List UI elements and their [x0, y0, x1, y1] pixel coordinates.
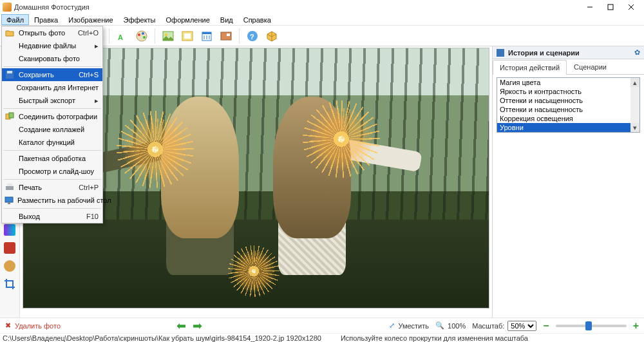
- box-icon[interactable]: [263, 27, 281, 45]
- zoom-slider[interactable]: [556, 325, 627, 327]
- bottom-toolbar: ✖ Удалить фото ⬅ ➡ ⤢ Уместить 🔍 100% Мас…: [0, 318, 644, 333]
- file-menu-dropdown: Открыть фотоCtrl+OНедавние файлы▸Сканиро…: [1, 26, 103, 223]
- menu-image[interactable]: Изображение: [63, 14, 118, 25]
- blank-icon: [5, 53, 15, 64]
- maximize-button[interactable]: [600, 1, 621, 14]
- menu-item[interactable]: СохранитьCtrl+S: [2, 68, 102, 81]
- menu-item[interactable]: Каталог функций: [2, 136, 102, 149]
- menu-item[interactable]: Сканировать фото: [2, 52, 102, 65]
- menu-decoration[interactable]: Оформление: [161, 14, 215, 25]
- tool-heal-icon[interactable]: [4, 260, 15, 272]
- delete-icon: ✖: [5, 321, 11, 330]
- scale-label: Масштаб:: [472, 322, 504, 330]
- menu-item-label: Сохранить: [19, 71, 75, 79]
- blank-icon: [5, 41, 15, 51]
- delete-photo-button[interactable]: ✖ Удалить фото: [5, 321, 61, 330]
- menu-item-label: Создание коллажей: [19, 126, 99, 133]
- text-icon[interactable]: A: [113, 27, 131, 45]
- frame-icon[interactable]: [178, 27, 196, 45]
- menu-item-label: Пакетная обработка: [19, 155, 99, 162]
- scroll-up-icon[interactable]: ▴: [630, 78, 639, 87]
- menu-separator: [3, 208, 101, 209]
- blank-icon: [5, 166, 15, 176]
- postcard-icon[interactable]: [217, 27, 235, 45]
- zoom-100-button[interactable]: 🔍 100%: [435, 321, 466, 330]
- history-item[interactable]: Магия цвета: [497, 78, 639, 87]
- history-item[interactable]: Коррекция освещения: [497, 114, 639, 123]
- next-image-button[interactable]: ➡: [193, 319, 202, 333]
- menu-shortcut: Ctrl+O: [78, 29, 99, 37]
- menu-edit[interactable]: Правка: [29, 14, 63, 25]
- menu-item[interactable]: Создание коллажей: [2, 123, 102, 136]
- svg-point-16: [165, 33, 167, 36]
- menu-separator: [3, 179, 101, 180]
- menu-item[interactable]: Пакетная обработка: [2, 152, 102, 165]
- menu-view[interactable]: Вид: [215, 14, 238, 25]
- scroll-down-icon[interactable]: ▾: [630, 123, 639, 132]
- zoom-out-button[interactable]: −: [543, 320, 549, 332]
- svg-rect-35: [8, 202, 10, 204]
- menu-item-label: Соединить фотографии: [19, 113, 99, 120]
- delete-label: Удалить фото: [15, 322, 61, 330]
- svg-rect-32: [6, 186, 14, 190]
- menu-shortcut: Ctrl+P: [79, 184, 99, 191]
- tool-crop-icon[interactable]: [4, 278, 15, 290]
- svg-rect-29: [7, 71, 12, 73]
- menu-item[interactable]: Недавние файлы▸: [2, 39, 102, 52]
- zoom-in-button[interactable]: +: [633, 320, 639, 332]
- minimize-button[interactable]: [580, 1, 600, 14]
- menu-help[interactable]: Справка: [238, 14, 276, 25]
- close-button[interactable]: [621, 1, 641, 14]
- toolbar-separator: [109, 28, 109, 44]
- menu-item[interactable]: Быстрый экспорт▸: [2, 94, 102, 107]
- panel-settings-icon[interactable]: ✿: [634, 48, 640, 57]
- menu-separator: [3, 150, 101, 151]
- blank-icon: [5, 211, 15, 222]
- svg-point-12: [138, 33, 140, 36]
- menu-item[interactable]: ВыходF10: [2, 210, 102, 223]
- history-scrollbar[interactable]: ▴ ▾: [630, 78, 639, 132]
- menu-item-label: Сохранить для Интернет: [16, 84, 99, 91]
- palette-icon[interactable]: [133, 27, 151, 45]
- fit-label: Уместить: [398, 322, 429, 330]
- image-icon[interactable]: [159, 27, 177, 45]
- menu-item-label: Просмотр и слайд-шоу: [19, 167, 99, 175]
- toolbar-separator: [239, 28, 240, 44]
- help-icon[interactable]: ?: [243, 27, 261, 45]
- history-item[interactable]: Оттенки и насыщенность: [497, 105, 639, 114]
- merge-icon: [5, 111, 15, 122]
- menu-effects[interactable]: Эффекты: [118, 14, 161, 25]
- history-item[interactable]: Оттенки и насыщенность: [497, 96, 639, 105]
- svg-rect-18: [184, 33, 191, 39]
- print-icon: [5, 182, 15, 193]
- history-list[interactable]: Магия цвета Яркость и контрастность Отте…: [497, 77, 640, 133]
- zoom-100-label: 100%: [448, 322, 466, 330]
- tool-levels-icon[interactable]: [4, 224, 15, 236]
- svg-rect-25: [227, 33, 230, 36]
- svg-point-11: [137, 31, 147, 41]
- menu-item[interactable]: Соединить фотографии: [2, 110, 102, 123]
- magnifier-icon: 🔍: [435, 321, 444, 330]
- history-tabs: История действий Сценарии: [493, 59, 644, 75]
- fit-icon: ⤢: [389, 321, 395, 330]
- tool-stamp-icon[interactable]: [4, 242, 15, 254]
- svg-point-14: [143, 36, 146, 39]
- menu-item[interactable]: ПечатьCtrl+P: [2, 181, 102, 194]
- tab-scenarios[interactable]: Сценарии: [567, 59, 614, 74]
- tab-history[interactable]: История действий: [493, 60, 567, 75]
- menu-item[interactable]: Разместить на рабочий стол: [2, 194, 102, 207]
- history-item-selected[interactable]: Уровни: [497, 123, 639, 132]
- menu-item[interactable]: Просмотр и слайд-шоу: [2, 165, 102, 178]
- menu-file[interactable]: Файл: [1, 14, 29, 25]
- fit-button[interactable]: ⤢ Уместить: [389, 321, 429, 330]
- menu-item-label: Быстрый экспорт: [19, 97, 91, 104]
- prev-image-button[interactable]: ⬅: [176, 319, 186, 333]
- scale-dropdown[interactable]: 50%: [507, 321, 536, 331]
- history-item[interactable]: Яркость и контрастность: [497, 87, 639, 96]
- svg-point-13: [142, 32, 144, 35]
- menu-item[interactable]: Сохранить для Интернет: [2, 81, 102, 94]
- calendar-icon[interactable]: [198, 27, 216, 45]
- menubar: Файл Правка Изображение Эффекты Оформлен…: [0, 14, 644, 26]
- svg-rect-31: [9, 113, 14, 118]
- menu-item[interactable]: Открыть фотоCtrl+O: [2, 26, 102, 39]
